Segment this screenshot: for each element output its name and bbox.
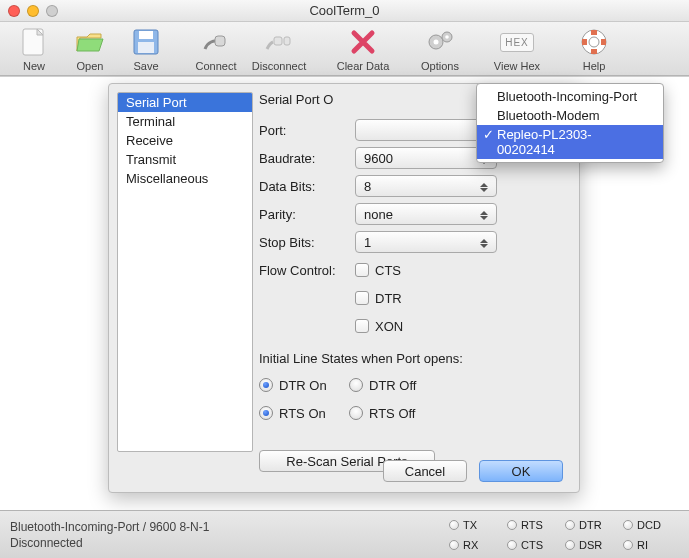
options-button[interactable]: Options bbox=[414, 26, 466, 72]
dtr-on-radio[interactable] bbox=[259, 378, 273, 392]
dtr-checkbox[interactable] bbox=[355, 291, 369, 305]
svg-rect-7 bbox=[284, 37, 290, 45]
svg-rect-5 bbox=[215, 36, 225, 46]
led-dsr: DSR bbox=[565, 536, 621, 554]
connect-button[interactable]: Connect bbox=[190, 26, 242, 72]
rts-on-radio[interactable] bbox=[259, 406, 273, 420]
status-bar: Bluetooth-Incoming-Port / 9600 8-N-1 Dis… bbox=[0, 510, 689, 558]
save-button[interactable]: Save bbox=[120, 26, 172, 72]
port-option[interactable]: Bluetooth-Modem bbox=[477, 106, 663, 125]
chevron-updown-icon bbox=[476, 235, 492, 251]
toolbar: New Open Save Connect Disconnect Clear D… bbox=[0, 22, 689, 76]
svg-point-11 bbox=[445, 35, 449, 39]
svg-point-9 bbox=[434, 40, 439, 45]
databits-label: Data Bits: bbox=[259, 179, 355, 194]
rts-off-radio[interactable] bbox=[349, 406, 363, 420]
led-dot-icon bbox=[623, 520, 633, 530]
open-button[interactable]: Open bbox=[64, 26, 116, 72]
baud-label: Baudrate: bbox=[259, 151, 355, 166]
status-connection: Bluetooth-Incoming-Port / 9600 8-N-1 bbox=[10, 519, 449, 535]
view-hex-button[interactable]: HEX View Hex bbox=[484, 26, 550, 72]
plug-disconnect-icon bbox=[263, 26, 295, 58]
category-serial-port[interactable]: Serial Port bbox=[118, 93, 252, 112]
lifebuoy-icon bbox=[578, 26, 610, 58]
gear-icon bbox=[424, 26, 456, 58]
led-dtr: DTR bbox=[565, 516, 621, 534]
cts-label: CTS bbox=[375, 263, 401, 278]
led-grid: TX RTS DTR DCD RX CTS DSR RI bbox=[449, 516, 679, 554]
led-cts: CTS bbox=[507, 536, 563, 554]
category-list[interactable]: Serial Port Terminal Receive Transmit Mi… bbox=[117, 92, 253, 452]
stopbits-label: Stop Bits: bbox=[259, 235, 355, 250]
led-dot-icon bbox=[565, 520, 575, 530]
folder-open-icon bbox=[74, 26, 106, 58]
xon-label: XON bbox=[375, 319, 403, 334]
dtr-off-radio[interactable] bbox=[349, 378, 363, 392]
svg-rect-6 bbox=[274, 37, 282, 45]
parity-label: Parity: bbox=[259, 207, 355, 222]
help-button[interactable]: Help bbox=[568, 26, 620, 72]
chevron-updown-icon bbox=[476, 207, 492, 223]
category-misc[interactable]: Miscellaneous bbox=[118, 169, 252, 188]
category-receive[interactable]: Receive bbox=[118, 131, 252, 150]
led-dot-icon bbox=[449, 540, 459, 550]
port-option[interactable]: Bluetooth-Incoming-Port bbox=[477, 87, 663, 106]
clear-data-button[interactable]: Clear Data bbox=[330, 26, 396, 72]
category-terminal[interactable]: Terminal bbox=[118, 112, 252, 131]
window-title: CoolTerm_0 bbox=[0, 3, 689, 18]
hex-icon: HEX bbox=[501, 26, 533, 58]
x-icon bbox=[347, 26, 379, 58]
led-dot-icon bbox=[507, 540, 517, 550]
led-dot-icon bbox=[565, 540, 575, 550]
led-dcd: DCD bbox=[623, 516, 679, 534]
cancel-button[interactable]: Cancel bbox=[383, 460, 467, 482]
led-dot-icon bbox=[449, 520, 459, 530]
svg-rect-4 bbox=[138, 42, 154, 53]
plug-connect-icon bbox=[200, 26, 232, 58]
disconnect-button[interactable]: Disconnect bbox=[246, 26, 312, 72]
xon-checkbox[interactable] bbox=[355, 319, 369, 333]
floppy-icon bbox=[130, 26, 162, 58]
led-tx: TX bbox=[449, 516, 505, 534]
led-rts: RTS bbox=[507, 516, 563, 534]
new-button[interactable]: New bbox=[8, 26, 60, 72]
led-rx: RX bbox=[449, 536, 505, 554]
led-dot-icon bbox=[623, 540, 633, 550]
titlebar: CoolTerm_0 bbox=[0, 0, 689, 22]
port-option-selected[interactable]: Repleo-PL2303-00202414 bbox=[477, 125, 663, 159]
led-dot-icon bbox=[507, 520, 517, 530]
category-transmit[interactable]: Transmit bbox=[118, 150, 252, 169]
parity-select[interactable]: none bbox=[355, 203, 497, 225]
status-state: Disconnected bbox=[10, 535, 449, 551]
ok-button[interactable]: OK bbox=[479, 460, 563, 482]
chevron-updown-icon bbox=[476, 179, 492, 195]
initial-states-heading: Initial Line States when Port opens: bbox=[259, 351, 571, 366]
dtr-label: DTR bbox=[375, 291, 402, 306]
flow-label: Flow Control: bbox=[259, 263, 355, 278]
port-dropdown[interactable]: Bluetooth-Incoming-Port Bluetooth-Modem … bbox=[476, 83, 664, 163]
svg-rect-3 bbox=[139, 31, 153, 39]
stopbits-select[interactable]: 1 bbox=[355, 231, 497, 253]
databits-select[interactable]: 8 bbox=[355, 175, 497, 197]
led-ri: RI bbox=[623, 536, 679, 554]
file-icon bbox=[18, 26, 50, 58]
svg-point-13 bbox=[589, 37, 599, 47]
port-label: Port: bbox=[259, 123, 355, 138]
cts-checkbox[interactable] bbox=[355, 263, 369, 277]
